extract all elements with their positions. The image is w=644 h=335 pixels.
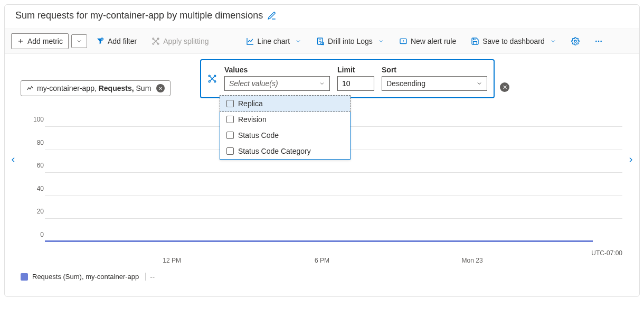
metric-chip[interactable]: my-container-app, Requests, Sum ✕ bbox=[21, 80, 171, 96]
svg-point-1 bbox=[153, 38, 154, 40]
line-chart-button[interactable]: Line chart bbox=[240, 33, 307, 49]
close-splitting-button[interactable]: ✕ bbox=[500, 82, 509, 92]
toolbar: Add metric Add filter Apply splitting Li… bbox=[5, 29, 639, 54]
sort-select[interactable]: Descending bbox=[382, 76, 487, 91]
svg-point-4 bbox=[158, 43, 159, 44]
chevron-down-icon bbox=[295, 38, 301, 44]
limit-label: Limit bbox=[337, 66, 374, 74]
chart-area: my-container-app, Requests, Sum ✕ Values… bbox=[5, 54, 639, 268]
svg-point-2 bbox=[158, 38, 159, 40]
remove-metric-button[interactable]: ✕ bbox=[156, 84, 165, 92]
chevron-down-icon bbox=[550, 38, 556, 44]
line-chart-icon bbox=[246, 37, 254, 45]
splitting-panel: Values Select value(s) Limit Sort Descen… bbox=[200, 59, 495, 98]
gear-icon bbox=[571, 37, 580, 45]
edit-title-icon[interactable] bbox=[267, 11, 277, 21]
y-axis: 0 20 40 60 80 100 bbox=[28, 115, 44, 242]
svg-point-8 bbox=[574, 40, 576, 42]
chart-title: Sum requests for my-container-app by mul… bbox=[15, 10, 263, 21]
dropdown-option-status-code[interactable]: Status Code bbox=[220, 127, 350, 143]
save-to-dashboard-button[interactable]: Save to dashboard bbox=[465, 33, 562, 49]
new-alert-rule-button[interactable]: New alert rule bbox=[393, 33, 462, 49]
dropdown-option-replica[interactable]: Replica bbox=[220, 95, 351, 112]
add-metric-dropdown[interactable] bbox=[71, 34, 87, 48]
dropdown-option-revision[interactable]: Revision bbox=[220, 111, 350, 127]
chevron-down-icon bbox=[476, 80, 482, 87]
add-filter-button[interactable]: Add filter bbox=[90, 33, 143, 49]
chevron-down-icon bbox=[319, 80, 325, 87]
apply-splitting-button: Apply splitting bbox=[146, 33, 214, 49]
chevron-down-icon bbox=[378, 38, 384, 44]
timezone-label: UTC-07:00 bbox=[591, 249, 622, 257]
svg-point-10 bbox=[598, 41, 599, 42]
values-label: Values bbox=[224, 66, 330, 74]
checkbox[interactable] bbox=[226, 100, 234, 107]
save-icon bbox=[471, 37, 479, 45]
svg-point-11 bbox=[600, 41, 602, 42]
more-button[interactable] bbox=[589, 33, 609, 49]
chevron-down-icon bbox=[76, 38, 82, 44]
checkbox[interactable] bbox=[226, 132, 234, 139]
legend-value: -- bbox=[145, 273, 155, 281]
title-bar: Sum requests for my-container-app by mul… bbox=[5, 5, 639, 29]
checkbox[interactable] bbox=[226, 116, 234, 123]
ellipsis-icon bbox=[594, 37, 603, 45]
values-select[interactable]: Select value(s) bbox=[224, 76, 330, 91]
splitting-active-icon bbox=[207, 74, 217, 83]
svg-point-3 bbox=[153, 43, 154, 44]
sort-label: Sort bbox=[382, 66, 487, 74]
series-line bbox=[45, 240, 593, 242]
svg-point-12 bbox=[209, 75, 210, 77]
legend-swatch bbox=[21, 273, 28, 281]
settings-button[interactable] bbox=[565, 33, 585, 49]
alert-icon bbox=[399, 37, 408, 45]
svg-point-13 bbox=[214, 75, 216, 77]
checkbox[interactable] bbox=[226, 147, 234, 155]
drill-logs-icon bbox=[316, 37, 325, 45]
svg-point-14 bbox=[209, 81, 210, 82]
filter-icon bbox=[96, 37, 105, 45]
add-metric-button[interactable]: Add metric bbox=[11, 33, 69, 49]
plus-icon bbox=[17, 38, 24, 45]
legend-label: Requests (Sum), my-container-app bbox=[32, 273, 139, 281]
limit-input[interactable] bbox=[337, 76, 374, 91]
svg-point-15 bbox=[214, 81, 216, 82]
svg-point-9 bbox=[595, 41, 597, 42]
splitting-icon bbox=[151, 37, 160, 45]
metric-line-icon bbox=[26, 85, 34, 92]
values-dropdown: Replica Revision Status Code Status Code… bbox=[220, 95, 351, 160]
legend: Requests (Sum), my-container-app -- bbox=[5, 268, 639, 296]
drill-into-logs-button[interactable]: Drill into Logs bbox=[310, 33, 390, 49]
dropdown-option-status-code-category[interactable]: Status Code Category bbox=[220, 143, 350, 159]
